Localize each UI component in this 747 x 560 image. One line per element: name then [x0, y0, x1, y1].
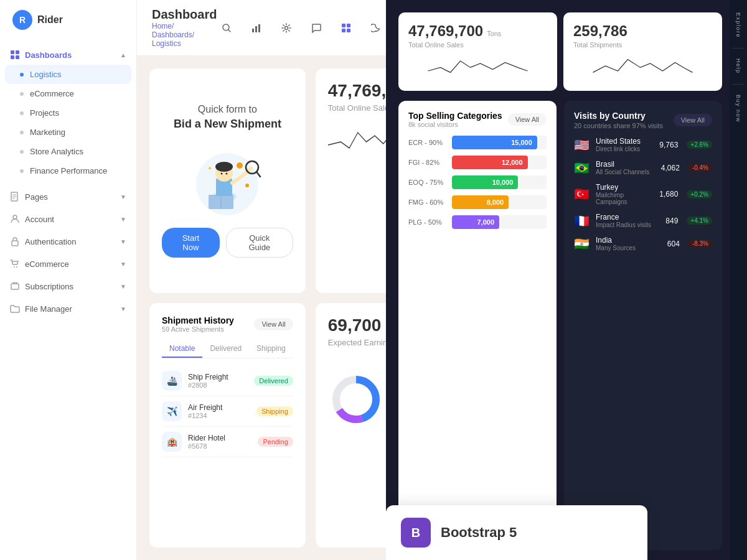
settings-button[interactable]: [276, 18, 296, 38]
dashboard-grid: Quick form to Bid a New Shipment: [137, 56, 386, 560]
country-view-all[interactable]: View All: [674, 114, 712, 126]
svg-rect-1: [16, 50, 19, 54]
country-header: Visits by Country 20 countries share 97%…: [574, 111, 712, 129]
explore-label[interactable]: Explore: [733, 7, 744, 43]
analytics-button[interactable]: [247, 18, 266, 38]
svg-rect-20: [342, 29, 345, 32]
shipment-tabs: Notable Delivered Shipping: [162, 340, 293, 358]
right-pill-bar: Explore Help Buy now: [730, 0, 747, 560]
dot-icon: [20, 150, 24, 154]
header-left: Dashboard Home/ Dashboards/ Logistics: [152, 7, 217, 48]
svg-rect-16: [258, 24, 260, 32]
svg-rect-15: [255, 26, 257, 32]
bar-fill-fmg: 8,000: [452, 195, 509, 209]
sidebar-item-finance[interactable]: Finance Performance: [0, 161, 136, 180]
bar-fmg: FMG - 60% 8,000: [408, 195, 547, 209]
help-label[interactable]: Help: [733, 54, 744, 79]
svg-rect-3: [16, 55, 19, 59]
sidebar-subscriptions[interactable]: Subscriptions ▼: [0, 275, 136, 297]
sidebar-file-manager[interactable]: File Manager ▼: [0, 297, 136, 320]
tab-delivered[interactable]: Delivered: [202, 340, 249, 358]
ship-id-2: #1234: [188, 412, 250, 419]
dark-mode-button[interactable]: [366, 18, 386, 38]
svg-point-8: [13, 215, 17, 219]
logo-icon: R: [12, 10, 32, 30]
ship-status-1: Delivered: [254, 376, 293, 386]
bid-card: Quick form to Bid a New Shipment: [149, 68, 306, 293]
dark-stats-row: 47,769,700 Tons Total Online Sales 259,7…: [386, 0, 747, 91]
country-tr: 🇹🇷 Turkey Mailchimp Campaigns 1,680 +0.2…: [574, 183, 712, 205]
sidebar-item-projects[interactable]: Projects: [0, 103, 136, 123]
sidebar-pages[interactable]: Pages ▼: [0, 185, 136, 208]
bootstrap-icon: B: [401, 518, 431, 548]
start-now-button[interactable]: Start Now: [162, 228, 220, 258]
ship-info-2: Air Freight #1234: [188, 403, 250, 419]
search-button[interactable]: [217, 18, 237, 38]
ship-id-1: #2808: [188, 381, 248, 389]
pages-icon: [10, 192, 20, 202]
buy-now-label[interactable]: Buy now: [733, 90, 744, 128]
ship-info-3: Rider Hotel #5678: [188, 434, 251, 450]
dark-ship-num: 259,786: [573, 22, 712, 40]
svg-point-10: [14, 266, 15, 268]
tab-shipping[interactable]: Shipping: [249, 340, 293, 358]
rider-hotel-icon: 🏨: [162, 432, 182, 452]
top-selling-subtitle: 8k social visitors: [408, 121, 502, 128]
dashboards-group[interactable]: Dashboards ▲: [0, 45, 136, 65]
lock-icon: [10, 236, 20, 246]
total-sales-number: 47,769,700: [328, 81, 386, 101]
shipment-item: 🚢 Ship Freight #2808 Delivered: [162, 366, 293, 396]
sidebar-item-logistics[interactable]: Logistics: [5, 65, 131, 84]
sidebar-ecommerce-nav[interactable]: eCommerce ▼: [0, 253, 136, 275]
bar-chart-icon: [251, 23, 261, 33]
top-selling-header: Top Selling Categories 8k social visitor…: [408, 111, 547, 128]
chat-button[interactable]: [306, 18, 326, 38]
bar-plg: PLG - 50% 7,000: [408, 215, 547, 229]
svg-rect-9: [12, 241, 18, 246]
bootstrap-overlay: B Bootstrap 5: [386, 505, 647, 560]
account-icon: [10, 214, 20, 224]
dark-sales-spark: [408, 54, 547, 78]
shipment-view-all[interactable]: View All: [254, 318, 293, 330]
country-fr: 🇫🇷 France Impact Radius visits 849 +4.1%: [574, 213, 712, 228]
sidebar-item-store-analytics[interactable]: Store Analytics: [0, 142, 136, 161]
bar-fgi: FGI - 82% 12,000: [408, 156, 547, 169]
bid-illustration: ✦: [177, 141, 277, 215]
shipment-card-header: Shipment History 59 Active Shipments Vie…: [162, 315, 293, 333]
sidebar: R Rider Dashboards ▲ Logistics eCommerce: [0, 0, 137, 560]
earnings-label: Expected Earnings This Month: [328, 338, 386, 347]
app-name: Rider: [37, 14, 63, 26]
top-selling-view-all[interactable]: View All: [508, 113, 547, 126]
shipment-subtitle: 59 Active Shipments: [162, 325, 234, 333]
main-content: Dashboard Home/ Dashboards/ Logistics: [137, 0, 386, 560]
sidebar-authentication[interactable]: Authentication ▼: [0, 230, 136, 253]
tab-notable[interactable]: Notable: [162, 340, 202, 358]
dot-icon: [20, 169, 24, 173]
grid-view-button[interactable]: [336, 18, 356, 38]
search-icon: [222, 23, 232, 33]
sidebar-item-marketing[interactable]: Marketing: [0, 123, 136, 142]
dark-ship-spark: [573, 54, 712, 78]
bar-fill-plg: 7,000: [452, 215, 499, 229]
svg-point-11: [16, 266, 17, 268]
ship-status-3: Pending: [258, 437, 293, 447]
sales-sparkline: [328, 120, 386, 157]
sidebar-item-ecommerce[interactable]: eCommerce: [0, 84, 136, 103]
ship-info-1: Ship Freight #2808: [188, 373, 248, 389]
dark-sales-card: 47,769,700 Tons Total Online Sales: [398, 12, 557, 91]
chevron-icon: ▼: [120, 238, 126, 245]
active-dot: [20, 73, 24, 77]
svg-point-27: [221, 172, 223, 174]
chevron-icon: ▼: [120, 306, 126, 312]
svg-text:✦: ✦: [207, 165, 212, 172]
br-flag: 🇧🇷: [574, 161, 590, 175]
sidebar-account[interactable]: Account ▼: [0, 208, 136, 230]
us-flag: 🇺🇸: [574, 138, 590, 152]
svg-rect-0: [11, 50, 14, 54]
sidebar-logo[interactable]: R Rider: [0, 0, 136, 40]
svg-point-35: [245, 184, 249, 187]
svg-rect-18: [342, 24, 345, 27]
dark-sales-num: 47,769,700: [408, 22, 483, 40]
quick-guide-button[interactable]: Quick Guide: [226, 228, 293, 258]
shipment-item-3: 🏨 Rider Hotel #5678 Pending: [162, 427, 293, 457]
